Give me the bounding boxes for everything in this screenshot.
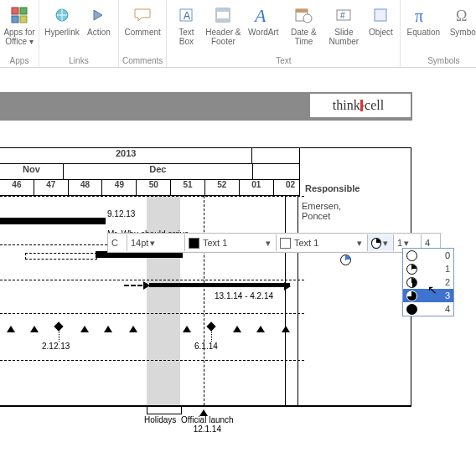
milestone-icon[interactable] xyxy=(183,321,191,332)
ribbon-group-text: AText Box Header & Footer AWordArt Date … xyxy=(167,0,401,67)
svg-rect-8 xyxy=(216,8,230,12)
prefix-field[interactable]: C xyxy=(108,234,127,251)
fill-color-dropdown[interactable]: Text 1▾ xyxy=(185,234,277,251)
dependency-arrow[interactable] xyxy=(124,285,149,286)
ribbon-group-apps: Apps for Office ▾ Apps xyxy=(0,0,39,67)
svg-rect-0 xyxy=(12,8,18,14)
pie-icon xyxy=(406,304,417,315)
chevron-down-icon: ▾ xyxy=(402,238,411,249)
responsible-cell: Emersen, Poncet xyxy=(302,201,407,221)
slide-number-icon: # xyxy=(332,3,355,27)
svg-point-13 xyxy=(303,14,312,23)
pie-icon xyxy=(406,291,417,301)
chevron-down-icon: ▾ xyxy=(264,238,272,249)
task-label: 13.1.14 - 4.2.14 xyxy=(215,291,273,301)
responsible-column: Emersen, Poncet xyxy=(298,196,411,405)
milestone-icon[interactable] xyxy=(129,321,137,332)
dropdown-option[interactable]: 0 xyxy=(403,249,453,262)
divider-line xyxy=(204,196,204,405)
ribbon-group-comments: Comment Comments xyxy=(119,0,167,67)
pie-icon xyxy=(406,264,417,275)
milestone-icon[interactable] xyxy=(7,321,15,332)
dropdown-option[interactable]: 2 xyxy=(403,275,453,289)
text-box-button[interactable]: AText Box xyxy=(170,2,202,54)
action-icon xyxy=(87,3,111,27)
ribbon: Apps for Office ▾ Apps Hyperlink Action … xyxy=(0,0,476,68)
pie-icon xyxy=(406,250,417,261)
pie-icon xyxy=(406,277,417,288)
range-label: Holidays xyxy=(144,415,176,424)
milestone-icon[interactable] xyxy=(256,321,265,332)
event-label: Official launch 12.1.14 xyxy=(181,415,234,434)
wordart-icon: A xyxy=(251,3,275,27)
ribbon-group-links: Hyperlink Action Links xyxy=(39,0,119,67)
ribbon-group-symbols: πEquation ΩSymbol Symbols xyxy=(401,0,476,67)
task-label: 9.12.13 xyxy=(107,209,135,219)
milestone-label: 6.1.14 xyxy=(194,342,218,351)
svg-text:π: π xyxy=(415,7,423,25)
milestone-icon[interactable] xyxy=(282,321,290,332)
floating-format-toolbar[interactable]: C 14pt▾ Text 1▾ Text 1▾ ▾ 1▾ 4 xyxy=(107,233,441,253)
harvey-ball-icon[interactable] xyxy=(340,255,351,265)
gantt-chart[interactable]: 2013 2014 Nov Dec Jan 464748495051520102… xyxy=(0,147,411,407)
milestone-icon[interactable] xyxy=(30,321,39,332)
dropdown-option-selected[interactable]: 3 xyxy=(403,289,453,302)
holidays-range xyxy=(147,196,180,405)
milestone-label: 2.12.13 xyxy=(42,342,70,351)
svg-text:Ω: Ω xyxy=(456,8,467,24)
line-color-dropdown[interactable]: Text 1▾ xyxy=(277,234,368,251)
task-bar[interactable] xyxy=(0,218,106,224)
action-button[interactable]: Action xyxy=(83,2,115,54)
think-cell-logo: think-cell xyxy=(310,94,411,117)
equation-icon: π xyxy=(411,3,435,27)
svg-text:A: A xyxy=(184,10,190,22)
svg-rect-12 xyxy=(296,9,308,13)
symbol-icon: Ω xyxy=(452,3,475,27)
divider-line xyxy=(285,196,286,405)
pie-icon xyxy=(371,238,381,249)
object-icon xyxy=(369,3,392,27)
hyperlink-icon xyxy=(50,3,74,27)
hyperlink-button[interactable]: Hyperlink xyxy=(43,2,81,54)
object-button[interactable]: Object xyxy=(365,2,396,54)
milestone-icon[interactable] xyxy=(104,321,112,332)
dropdown-option[interactable]: 4 xyxy=(403,302,453,316)
svg-rect-9 xyxy=(216,18,230,22)
font-size-dropdown[interactable]: 14pt▾ xyxy=(127,234,185,251)
harvey-ball-dropdown[interactable]: 0 1 2 3 4 xyxy=(402,248,454,316)
svg-rect-3 xyxy=(20,16,27,23)
date-time-button[interactable]: Date & Time xyxy=(284,2,323,54)
chevron-down-icon: ▾ xyxy=(148,238,157,249)
date-time-icon xyxy=(292,3,315,27)
text-box-icon: A xyxy=(174,3,198,27)
svg-rect-2 xyxy=(12,16,18,23)
svg-rect-1 xyxy=(20,8,27,14)
milestone-icon[interactable] xyxy=(80,321,89,332)
chevron-down-icon: ▾ xyxy=(381,238,390,249)
apps-icon xyxy=(8,3,31,27)
gantt-body[interactable]: Emersen, Poncet 9.12.13 Mr. Whu should a… xyxy=(0,196,411,406)
svg-rect-16 xyxy=(375,9,386,21)
svg-text:#: # xyxy=(340,11,345,20)
harvey-fill-dropdown[interactable]: ▾ xyxy=(368,234,394,251)
apps-for-office-button[interactable]: Apps for Office ▾ xyxy=(3,2,35,54)
symbol-button[interactable]: ΩSymbol xyxy=(444,2,476,54)
dropdown-option[interactable]: 1 xyxy=(403,262,453,275)
month-dec: Dec xyxy=(64,164,253,179)
dependency-arrow[interactable] xyxy=(149,283,290,287)
svg-text:A: A xyxy=(253,5,266,25)
comment-icon xyxy=(131,3,154,27)
year-2013: 2013 xyxy=(0,148,252,163)
header-footer-button[interactable]: Header & Footer xyxy=(204,2,242,54)
month-nov: Nov xyxy=(0,164,64,179)
equation-button[interactable]: πEquation xyxy=(404,2,442,54)
milestone-icon[interactable] xyxy=(233,321,241,332)
slide-number-button[interactable]: #Slide Number xyxy=(324,2,363,54)
task-bar-dashed[interactable] xyxy=(25,253,97,260)
range-bracket xyxy=(147,405,182,414)
wordart-button[interactable]: AWordArt xyxy=(244,2,282,54)
comment-button[interactable]: Comment xyxy=(123,2,162,54)
header-footer-icon xyxy=(211,3,235,27)
chevron-down-icon: ▾ xyxy=(355,238,364,249)
responsible-header: Responsible xyxy=(299,148,411,198)
